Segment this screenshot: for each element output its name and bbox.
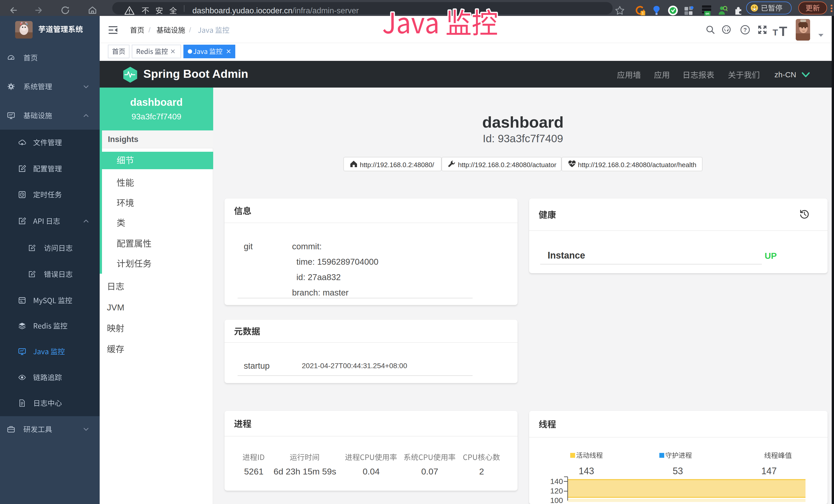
svg-text:on: on [706,12,709,16]
svg-text:?: ? [743,27,747,33]
svg-text:1: 1 [642,11,644,15]
